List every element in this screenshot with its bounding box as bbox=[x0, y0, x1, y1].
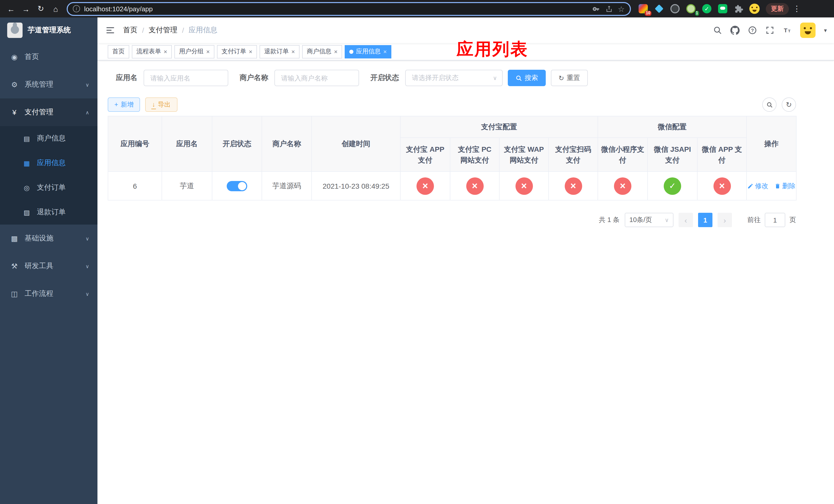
col-alipay-app: 支付宝 APP 支付 bbox=[400, 138, 450, 171]
tab-close-icon[interactable]: × bbox=[334, 48, 337, 54]
col-alipay-pc: 支付宝 PC 网站支付 bbox=[450, 138, 499, 171]
tab-refund-order[interactable]: 退款订单× bbox=[260, 45, 300, 58]
add-button-label: 新增 bbox=[121, 100, 134, 109]
sidebar-item-workflow[interactable]: ◫ 工作流程 ∨ bbox=[0, 280, 97, 307]
prev-page-button[interactable]: ‹ bbox=[679, 213, 693, 227]
edit-link[interactable]: 修改 bbox=[747, 181, 768, 190]
breadcrumb: 首页 / 支付管理 / 应用信息 bbox=[123, 26, 218, 35]
status-label: 开启状态 bbox=[370, 73, 399, 83]
browser-back-button[interactable]: ← bbox=[4, 2, 18, 16]
sidebar-item-merchant-info[interactable]: ▤ 商户信息 bbox=[0, 126, 97, 151]
tab-process-form[interactable]: 流程表单× bbox=[132, 45, 172, 58]
filter-form: 应用名 商户名称 开启状态 请选择开启状态 ∨ 搜索 bbox=[108, 70, 796, 86]
page-1-button[interactable]: 1 bbox=[698, 213, 712, 227]
extension-avatar-icon[interactable]: 1 bbox=[685, 3, 697, 15]
app-title: 芋道管理系统 bbox=[28, 26, 71, 35]
extension-wechat-devtools-icon[interactable]: ✓ bbox=[701, 3, 713, 15]
breadcrumb-payment[interactable]: 支付管理 bbox=[149, 26, 177, 35]
hamburger-icon[interactable] bbox=[97, 25, 123, 36]
browser-address-bar[interactable]: i localhost:1024/pay/app ☆ bbox=[67, 2, 631, 16]
next-page-button[interactable]: › bbox=[718, 213, 732, 227]
help-icon[interactable]: ? bbox=[748, 26, 757, 35]
col-wechat-mini: 微信小程序支付 bbox=[598, 138, 648, 171]
screen: ← → ↻ ⌂ i localhost:1024/pay/app ☆ 10 1 … bbox=[0, 0, 834, 504]
status-toggle[interactable] bbox=[227, 181, 247, 191]
password-key-icon[interactable] bbox=[592, 5, 600, 13]
extension-grid-icon[interactable]: 10 bbox=[637, 3, 649, 15]
col-app-id: 应用编号 bbox=[108, 116, 162, 171]
card-icon: ▤ bbox=[23, 135, 31, 142]
search-icon bbox=[515, 75, 522, 81]
refresh-table-button[interactable]: ↻ bbox=[782, 97, 796, 112]
tab-user-group[interactable]: 用户分组× bbox=[174, 45, 214, 58]
browser-home-button[interactable]: ⌂ bbox=[49, 2, 63, 16]
browser-menu-icon[interactable]: ⋮ bbox=[790, 4, 804, 13]
sidebar-item-app-info[interactable]: ▦ 应用信息 bbox=[0, 151, 97, 175]
browser-update-button[interactable]: 更新 bbox=[766, 3, 789, 15]
alipay-pc-status-icon bbox=[466, 177, 483, 194]
tab-pay-order[interactable]: 支付订单× bbox=[217, 45, 257, 58]
tool-icon: ⚒ bbox=[10, 262, 19, 270]
sidebar-item-payment[interactable]: ¥ 支付管理 ∧ bbox=[0, 98, 97, 126]
cell-app-name: 芋道 bbox=[162, 171, 212, 200]
tab-close-icon[interactable]: × bbox=[383, 48, 387, 54]
user-avatar[interactable] bbox=[800, 23, 816, 38]
page-size-select[interactable]: 10条/页 ∨ bbox=[625, 213, 674, 227]
sidebar-item-refund-order[interactable]: ▨ 退款订单 bbox=[0, 200, 97, 225]
tab-label: 用户分组 bbox=[179, 47, 204, 56]
avatar-caret-icon[interactable]: ▾ bbox=[824, 27, 827, 33]
search-icon[interactable] bbox=[713, 26, 722, 35]
alipay-qr-status-icon bbox=[565, 177, 582, 194]
app-name-input[interactable] bbox=[144, 70, 228, 86]
table-toolbar: + 新增 ↓ 导出 ↻ bbox=[108, 97, 796, 112]
sidebar-item-dev-tools[interactable]: ⚒ 研发工具 ∨ bbox=[0, 252, 97, 280]
goto-page-input[interactable] bbox=[765, 213, 785, 227]
tab-merchant-info[interactable]: 商户信息× bbox=[302, 45, 342, 58]
svg-text:?: ? bbox=[751, 28, 754, 33]
font-size-icon[interactable]: TT bbox=[783, 26, 792, 35]
chevron-down-icon: ∨ bbox=[85, 82, 89, 87]
tab-close-icon[interactable]: × bbox=[249, 48, 253, 54]
profile-avatar-icon[interactable] bbox=[748, 3, 761, 15]
add-button[interactable]: + 新增 bbox=[108, 97, 140, 112]
sidebar-item-home[interactable]: ◉ 首页 bbox=[0, 43, 97, 71]
wechat-jsapi-status-icon bbox=[664, 177, 681, 194]
tab-close-icon[interactable]: × bbox=[163, 48, 167, 54]
extension-drop-icon[interactable] bbox=[653, 3, 665, 15]
tab-close-icon[interactable]: × bbox=[291, 48, 295, 54]
tab-home[interactable]: 首页 bbox=[108, 45, 129, 58]
site-info-icon[interactable]: i bbox=[73, 5, 80, 12]
page-size-value: 10条/页 bbox=[629, 215, 652, 225]
github-icon[interactable] bbox=[731, 26, 740, 35]
extensions-puzzle-icon[interactable] bbox=[732, 3, 745, 15]
share-icon[interactable] bbox=[605, 5, 613, 13]
fullscreen-icon[interactable] bbox=[766, 26, 775, 35]
bookmark-star-icon[interactable]: ☆ bbox=[618, 5, 625, 13]
tab-close-icon[interactable]: × bbox=[206, 48, 210, 54]
browser-forward-button[interactable]: → bbox=[19, 2, 33, 16]
svg-text:T: T bbox=[788, 29, 791, 33]
tab-app-info[interactable]: 应用信息× bbox=[345, 45, 391, 58]
browser-reload-button[interactable]: ↻ bbox=[34, 2, 48, 16]
breadcrumb-home[interactable]: 首页 bbox=[123, 26, 137, 35]
wechat-mini-status-icon bbox=[614, 177, 631, 194]
sidebar-item-infrastructure[interactable]: ▩ 基础设施 ∨ bbox=[0, 225, 97, 252]
status-select[interactable]: 请选择开启状态 ∨ bbox=[405, 70, 503, 86]
extension-dark-icon[interactable] bbox=[669, 3, 681, 15]
tab-label: 应用信息 bbox=[356, 47, 380, 56]
extension-green-square-icon[interactable] bbox=[717, 3, 729, 15]
export-button[interactable]: ↓ 导出 bbox=[146, 97, 177, 112]
search-button[interactable]: 搜索 bbox=[508, 70, 546, 86]
tab-label: 支付订单 bbox=[222, 47, 246, 56]
merchant-name-input[interactable] bbox=[275, 70, 359, 86]
toggle-search-button[interactable] bbox=[762, 97, 776, 112]
delete-link[interactable]: 删除 bbox=[774, 181, 795, 190]
pencil-icon bbox=[747, 183, 753, 189]
app-table: 应用编号 应用名 开启状态 商户名称 创建时间 支付宝配置 微信配置 操作 支付… bbox=[108, 116, 796, 201]
chevron-up-icon: ∧ bbox=[85, 110, 89, 115]
sidebar-item-system[interactable]: ⚙ 系统管理 ∨ bbox=[0, 71, 97, 98]
flow-icon: ◫ bbox=[10, 290, 19, 298]
sidebar-item-pay-order[interactable]: ◎ 支付订单 bbox=[0, 175, 97, 200]
browser-toolbar: ← → ↻ ⌂ i localhost:1024/pay/app ☆ 10 1 … bbox=[0, 0, 834, 18]
reset-button[interactable]: ↻ 重置 bbox=[551, 70, 588, 86]
